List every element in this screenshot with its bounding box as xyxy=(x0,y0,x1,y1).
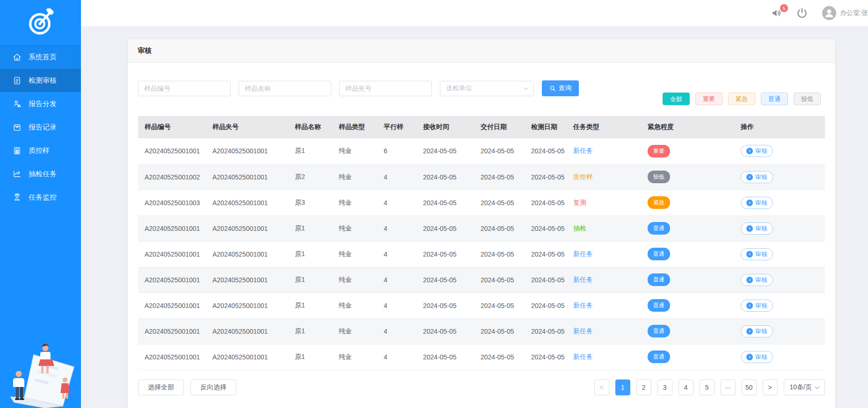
search-button-label: 查询 xyxy=(559,84,572,93)
table-row[interactable]: A20240525001001 A20240525001001 原1 纯金 6 … xyxy=(138,138,825,164)
topbar: 5 办公室:张 xyxy=(81,0,868,26)
review-button[interactable]: ›审核 xyxy=(741,351,773,363)
cell-sample-name: 原1 xyxy=(288,241,332,267)
task-type-link[interactable]: 新任务 xyxy=(573,327,593,335)
review-button[interactable]: ›审核 xyxy=(741,145,773,157)
table-row[interactable]: A20240525001001 A20240525001001 原1 纯金 4 … xyxy=(138,241,825,267)
review-button-label: 审核 xyxy=(755,276,767,284)
cell-folder-no: A20240525001001 xyxy=(206,215,288,241)
notification-button[interactable]: 5 xyxy=(771,7,782,19)
cell-urgency: 较低 xyxy=(641,164,734,190)
select-all-button[interactable]: 选择全部 xyxy=(138,379,184,395)
page-size-select[interactable]: 10条/页 xyxy=(784,379,825,395)
cell-folder-no: A20240525001001 xyxy=(206,318,288,344)
page-button-4[interactable]: 4 xyxy=(678,379,693,395)
sidebar-item-label: 质控样 xyxy=(29,146,50,155)
task-type-link[interactable]: 复测 xyxy=(573,199,586,206)
sidebar-item-qc-sample[interactable]: 质控样 xyxy=(0,139,81,162)
cell-received: 2024-05-05 xyxy=(416,344,474,370)
tag-normal[interactable]: 普通 xyxy=(761,93,788,105)
page-ellipsis-button[interactable]: ··· xyxy=(721,379,736,395)
tag-urgent[interactable]: 紧急 xyxy=(728,93,755,105)
table-row[interactable]: A20240525001001 A20240525001001 原1 纯金 4 … xyxy=(138,318,825,344)
cell-folder-no: A20240525001001 xyxy=(206,164,288,190)
cell-urgency: 普通 xyxy=(641,267,734,293)
task-type-link[interactable]: 质控样 xyxy=(573,173,593,180)
sidebar-item-report-dispatch[interactable]: 报告分发 xyxy=(0,92,81,115)
sidebar-item-review[interactable]: 检测审核 xyxy=(0,69,81,92)
cell-actions: ›审核 xyxy=(734,190,825,215)
table-row[interactable]: A20240525001001 A20240525001001 原1 纯金 4 … xyxy=(138,267,825,293)
urgency-filter-tags: 全部 重要 紧急 普通 较低 xyxy=(663,93,821,105)
user-menu[interactable]: 办公室:张 xyxy=(822,6,868,20)
last-page-button[interactable]: 50 xyxy=(742,379,757,395)
table-header: 样品编号 样品夹号 样品名称 样品类型 平行样 接收时间 交付日期 检测日期 任… xyxy=(138,116,825,138)
sidebar-item-home[interactable]: 系统首页 xyxy=(0,45,81,69)
filter-section: 送检单位 查询 全部 重要 xyxy=(128,63,835,116)
tag-important[interactable]: 重要 xyxy=(695,93,722,105)
target-dart-logo-icon xyxy=(26,8,55,37)
task-type-link[interactable]: 抽检 xyxy=(573,224,586,232)
cell-parallel: 4 xyxy=(377,215,416,241)
cell-sample-no: A20240525001001 xyxy=(138,241,206,267)
review-button-label: 审核 xyxy=(755,353,767,361)
home-icon xyxy=(13,53,22,62)
page-button-2[interactable]: 2 xyxy=(636,379,651,395)
people-laptop-illustration-icon xyxy=(0,328,81,408)
chevron-down-icon xyxy=(524,85,529,90)
table-row[interactable]: A20240525001001 A20240525001001 原1 纯金 4 … xyxy=(138,344,825,370)
search-button[interactable]: 查询 xyxy=(542,80,579,96)
cell-sample-no: A20240525001002 xyxy=(138,164,206,190)
sample-no-input[interactable] xyxy=(138,81,231,96)
sidebar-item-spot-check-tasks[interactable]: 抽检任务 xyxy=(0,162,81,186)
tag-low[interactable]: 较低 xyxy=(794,93,821,105)
task-type-link[interactable]: 新任务 xyxy=(573,301,593,309)
cell-sample-name: 原1 xyxy=(288,215,332,241)
next-page-button[interactable]: > xyxy=(763,379,778,395)
review-button[interactable]: ›审核 xyxy=(741,300,773,312)
table-row[interactable]: A20240525001001 A20240525001001 原1 纯金 4 … xyxy=(138,215,825,241)
prev-page-button[interactable]: < xyxy=(594,379,609,395)
sample-name-input[interactable] xyxy=(239,81,331,96)
cell-sample-type: 纯金 xyxy=(332,215,377,241)
review-button[interactable]: ›审核 xyxy=(741,274,773,286)
cell-sample-name: 原3 xyxy=(288,190,332,215)
invert-selection-button[interactable]: 反向选择 xyxy=(190,379,236,395)
box-icon xyxy=(13,123,22,132)
review-button[interactable]: ›审核 xyxy=(741,222,773,235)
tag-all[interactable]: 全部 xyxy=(663,93,690,105)
col-sample-name: 样品名称 xyxy=(288,116,332,138)
cell-delivered: 2024-05-05 xyxy=(474,293,525,318)
table-row[interactable]: A20240525001003 A20240525001001 原3 纯金 4 … xyxy=(138,190,825,215)
select-placeholder: 送检单位 xyxy=(446,84,472,93)
sidebar-item-task-monitor[interactable]: 任务监控 xyxy=(0,186,81,209)
cell-actions: ›审核 xyxy=(734,344,825,370)
table-row[interactable]: A20240525001002 A20240525001001 原2 纯金 4 … xyxy=(138,164,825,190)
sidebar-item-report-records[interactable]: 报告记录 xyxy=(0,115,81,139)
task-type-link[interactable]: 新任务 xyxy=(573,353,593,360)
folder-no-input[interactable] xyxy=(339,81,432,96)
review-button[interactable]: ›审核 xyxy=(741,248,773,260)
cell-actions: ›审核 xyxy=(734,215,825,241)
page-button-5[interactable]: 5 xyxy=(700,379,715,395)
table-row[interactable]: A20240525001001 A20240525001001 原1 纯金 4 … xyxy=(138,293,825,318)
col-delivered: 交付日期 xyxy=(474,116,525,138)
cell-sample-type: 纯金 xyxy=(332,293,377,318)
task-type-link[interactable]: 新任务 xyxy=(573,276,593,283)
task-type-link[interactable]: 新任务 xyxy=(573,250,593,258)
inspection-unit-select[interactable]: 送检单位 xyxy=(440,81,534,96)
logout-button[interactable] xyxy=(796,7,808,19)
sidebar-item-label: 系统首页 xyxy=(29,53,57,62)
review-button[interactable]: ›审核 xyxy=(741,171,773,183)
cell-delivered: 2024-05-05 xyxy=(474,344,525,370)
review-button[interactable]: ›审核 xyxy=(741,197,773,209)
cell-urgency: 普通 xyxy=(641,344,734,370)
search-icon xyxy=(549,85,556,92)
page-button-1[interactable]: 1 xyxy=(615,379,630,395)
cell-sample-type: 纯金 xyxy=(332,138,377,164)
review-button[interactable]: ›审核 xyxy=(741,325,773,337)
sidebar-item-label: 任务监控 xyxy=(29,193,57,202)
cell-parallel: 6 xyxy=(377,138,416,164)
task-type-link[interactable]: 新任务 xyxy=(573,147,593,154)
page-button-3[interactable]: 3 xyxy=(657,379,672,395)
